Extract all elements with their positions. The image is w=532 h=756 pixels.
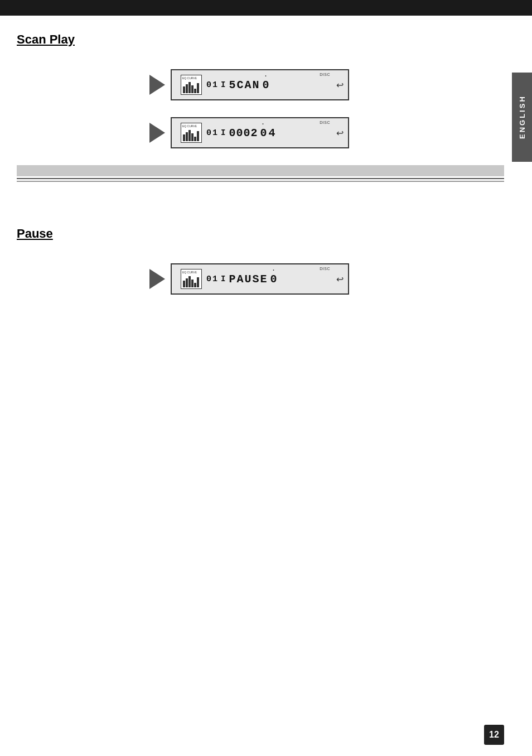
main-text-3: PAUSE xyxy=(229,273,268,286)
scan-display-row-1: EQ CURVE 01 I 5CAN ·0 xyxy=(17,69,504,100)
disc-label-3: DISC xyxy=(320,267,330,271)
main-content: Scan Play EQ CURVE 01 I 5CAN xyxy=(0,16,532,328)
eq-bar xyxy=(183,281,185,287)
lcd-text-3: 01 I PAUSE ·0 xyxy=(206,273,339,286)
eq-bar xyxy=(197,131,199,141)
lcd-panel-2: EQ CURVE 01 I 0002 ·0 xyxy=(171,117,349,148)
repeat-icon-1: ↩ xyxy=(336,80,344,90)
eq-bars-2 xyxy=(182,130,200,141)
main-text-1: 5CAN xyxy=(229,79,260,92)
eq-bar xyxy=(183,134,185,141)
eq-bar xyxy=(188,82,191,93)
repeat-icon-2: ↩ xyxy=(336,128,344,138)
eq-label-2: EQ CURVE xyxy=(182,125,200,128)
disc-label-2: DISC xyxy=(320,121,330,124)
lcd-panel-1: EQ CURVE 01 I 5CAN ·0 xyxy=(171,69,349,100)
extra-char-2: ·0 4 xyxy=(260,127,276,139)
lcd-text-1: 01 I 5CAN ·0 xyxy=(206,79,339,92)
eq-icon-3: EQ CURVE xyxy=(181,269,202,289)
top-bar xyxy=(0,0,532,16)
extra-char-1: ·0 xyxy=(262,79,270,92)
repeat-icon-3: ↩ xyxy=(336,274,344,285)
extra-char-3: ·0 xyxy=(270,273,278,286)
divider-gray-bar xyxy=(17,165,504,176)
scan-play-title: Scan Play xyxy=(17,32,504,47)
arrow-2 xyxy=(149,123,165,143)
eq-bar xyxy=(197,83,199,93)
divider-section xyxy=(17,165,504,182)
eq-bar xyxy=(186,84,188,93)
lcd-text-2: 01 I 0002 ·0 4 xyxy=(206,127,339,139)
arrow-3 xyxy=(149,269,165,289)
eq-label-3: EQ CURVE xyxy=(182,271,200,274)
page-number: 12 xyxy=(484,725,504,745)
eq-bar xyxy=(191,280,194,287)
arrow-1 xyxy=(149,75,165,95)
track-num-2: 01 xyxy=(206,128,219,138)
eq-bar xyxy=(188,276,191,287)
divider-2: I xyxy=(221,128,226,137)
eq-bar xyxy=(186,132,188,141)
eq-icon-2: EQ CURVE xyxy=(181,123,202,143)
lcd-panel-3: EQ CURVE 01 I PAUSE ·0 xyxy=(171,263,349,295)
eq-bar xyxy=(191,85,194,93)
eq-bar xyxy=(183,86,185,93)
eq-bar xyxy=(191,133,194,141)
disc-label-1: DISC xyxy=(320,73,330,76)
pause-title: Pause xyxy=(17,227,504,241)
eq-bar xyxy=(188,130,191,141)
eq-bar xyxy=(197,277,199,287)
eq-bars-1 xyxy=(182,82,200,93)
track-num-3: 01 xyxy=(206,275,219,284)
eq-bar xyxy=(194,283,196,287)
divider-thin-1 xyxy=(17,178,504,179)
eq-bar xyxy=(186,278,188,287)
divider-1: I xyxy=(221,80,226,89)
eq-bars-3 xyxy=(182,276,200,287)
eq-label-1: EQ CURVE xyxy=(182,77,200,80)
eq-bar xyxy=(194,89,196,93)
divider-3: I xyxy=(221,275,226,283)
pause-display-row: EQ CURVE 01 I PAUSE ·0 xyxy=(17,263,504,295)
spacer-1 xyxy=(17,193,504,227)
eq-icon-1: EQ CURVE xyxy=(181,75,202,95)
track-num-1: 01 xyxy=(206,80,219,90)
eq-bar xyxy=(194,137,196,141)
scan-display-row-2: EQ CURVE 01 I 0002 ·0 xyxy=(17,117,504,148)
main-text-2: 0002 xyxy=(229,127,258,139)
divider-thin-2 xyxy=(17,181,504,182)
